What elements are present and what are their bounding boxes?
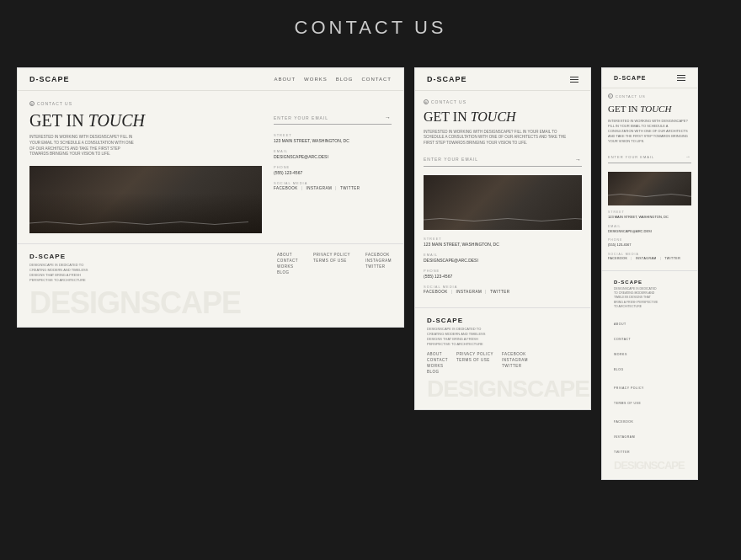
tablet-heading: GET IN TOUCH <box>424 109 582 125</box>
breadcrumb-icon: ⊕ <box>29 101 35 106</box>
footer-fb[interactable]: FACEBOOK <box>365 253 392 257</box>
m-street-label: STREET <box>608 211 691 214</box>
footer-ig[interactable]: INSTAGRAM <box>365 259 392 263</box>
col-right: ENTER YOUR EMAIL → STREET 123 MAIN STREE… <box>274 111 392 233</box>
m-f-tw[interactable]: TWITTER <box>614 451 630 454</box>
tablet-email-value: DESIGNSCAPE@ARC.DESI <box>424 258 582 264</box>
t-works[interactable]: WORKS <box>427 364 448 368</box>
tablet-email-arrow: → <box>575 157 582 163</box>
email-input-wrapper[interactable]: ENTER YOUR EMAIL → <box>274 111 392 125</box>
footer-brand: D-SCAPE <box>29 253 97 260</box>
mobile-footer-brand: D-SCAPE <box>614 280 685 285</box>
email-label: EMAIL <box>274 149 392 153</box>
t-blog[interactable]: BLOG <box>427 370 448 374</box>
m-phone-group: PHONE (555) 123-4567 <box>608 238 691 248</box>
m-f-contact[interactable]: CONTACT <box>614 338 631 341</box>
t-tw[interactable]: TWITTER <box>502 364 528 368</box>
social-facebook[interactable]: FACEBOOK <box>274 186 298 190</box>
social-sep-2: | <box>335 186 337 190</box>
m-f-about[interactable]: ABOUT <box>614 323 626 326</box>
nav-blog[interactable]: BLOG <box>336 77 354 82</box>
m-email-value: DESIGNSCAPE@ARC.DESI <box>608 229 691 234</box>
footer-works[interactable]: WORKS <box>277 264 298 269</box>
tablet-email-label: EMAIL <box>424 253 582 257</box>
footer-about[interactable]: ABOUT <box>277 253 298 257</box>
nav-logo: D-SCAPE <box>29 75 70 83</box>
tablet-breadcrumb-text: CONTACT US <box>431 99 466 104</box>
street-group: STREET 123 MAIN STREET, WASHINGTON, DC <box>274 133 392 144</box>
mobile-description: INTERESTED IN WORKING WITH DESIGNSCAPE? … <box>608 119 688 144</box>
t-about[interactable]: ABOUT <box>427 352 448 356</box>
nav-about[interactable]: ABOUT <box>274 77 296 82</box>
m-social-group: SOCIAL MEDIA FACEBOOK | INSTAGRAM | TWIT… <box>608 253 691 260</box>
m-f-fb[interactable]: FACEBOOK <box>614 420 633 424</box>
tablet-content: ⊕ CONTACT US GET IN TOUCH INTERESTED IN … <box>415 91 590 307</box>
mobile-heading-italic: TOUCH <box>640 104 671 114</box>
tablet-social-group: SOCIAL MEDIA FACEBOOK | INSTAGRAM | TWIT… <box>424 285 582 294</box>
m-ig[interactable]: INSTAGRAM <box>636 257 657 260</box>
footer-social-col: FACEBOOK INSTAGRAM TWITTER <box>365 253 392 283</box>
tablet-social-links: FACEBOOK | INSTAGRAM | TWITTER <box>424 290 582 294</box>
footer-nav-col: ABOUT CONTACT WORKS BLOG <box>277 253 298 283</box>
footer-terms[interactable]: TERMS OF USE <box>313 259 350 263</box>
phone-value: (555) 123-4567 <box>274 170 392 176</box>
tablet-breadcrumb: ⊕ CONTACT US <box>424 99 582 104</box>
tablet-footer-desc: DESIGNSCAPE IS DEDICATED TO CREATING MOD… <box>427 327 494 347</box>
t-terms[interactable]: TERMS OF USE <box>456 358 493 362</box>
tablet-description: INTERESTED IN WORKING WITH DESIGNSCAPE? … <box>424 130 575 147</box>
page-title: CONTACT US <box>17 17 724 39</box>
mobile-email-input[interactable]: ENTER YOUR EMAIL → <box>608 151 691 163</box>
social-instagram[interactable]: INSTAGRAM <box>306 186 332 190</box>
m-f-ig[interactable]: INSTAGRAM <box>614 435 635 439</box>
two-col-layout: GET IN TOUCH INTERESTED IN WORKING WITH … <box>29 111 392 233</box>
tablet-email-input[interactable]: ENTER YOUR EMAIL → <box>424 153 582 167</box>
heading-plain: GET IN <box>29 111 88 130</box>
t-privacy[interactable]: PRIVACY POLICY <box>456 352 493 356</box>
m-phone-label: PHONE <box>608 238 691 242</box>
description-text: INTERESTED IN WORKING WITH DESIGNSCAPE? … <box>29 135 139 157</box>
social-twitter[interactable]: TWITTER <box>340 186 360 190</box>
tablet-social-ig[interactable]: INSTAGRAM <box>456 290 482 294</box>
nav-works[interactable]: WORKS <box>304 77 328 82</box>
t-ig[interactable]: INSTAGRAM <box>502 358 528 362</box>
footer-policy-col: PRIVACY POLICY TERMS OF USE <box>313 253 350 283</box>
footer-contact[interactable]: CONTACT <box>277 259 298 263</box>
t-contact[interactable]: CONTACT <box>427 358 448 362</box>
col-left: GET IN TOUCH INTERESTED IN WORKING WITH … <box>29 111 262 233</box>
tablet-footer-brand: D-SCAPE <box>427 317 578 324</box>
mobile-email-ph: ENTER YOUR EMAIL <box>608 155 654 159</box>
footer-privacy[interactable]: PRIVACY POLICY <box>313 253 350 257</box>
tablet-social-fb[interactable]: FACEBOOK <box>424 290 448 294</box>
social-label: SOCIAL MEDIA <box>274 181 392 185</box>
mobile-watermark: DESIGNSCAPE <box>614 460 685 471</box>
mobile-hamburger-icon[interactable] <box>677 75 685 81</box>
t-fb[interactable]: FACEBOOK <box>502 352 528 356</box>
m-tw[interactable]: TWITTER <box>664 257 680 260</box>
mobile-nav-logo: D-SCAPE <box>614 75 647 81</box>
footer-tw[interactable]: TWITTER <box>365 264 392 269</box>
m-fb[interactable]: FACEBOOK <box>608 257 627 260</box>
tablet-footer-links: ABOUT CONTACT WORKS BLOG PRIVACY POLICY … <box>427 352 578 374</box>
m-f-works[interactable]: WORKS <box>614 353 627 356</box>
m-terms[interactable]: TERMS OF USE <box>614 402 641 405</box>
tablet-nav-logo: D-SCAPE <box>427 75 467 83</box>
tablet-phone-group: PHONE (555) 123-4567 <box>424 269 582 280</box>
watermark: DESIGNSCAPE <box>29 288 392 318</box>
hamburger-icon[interactable] <box>570 77 578 83</box>
m-f-blog[interactable]: BLOG <box>614 368 624 371</box>
mobile-bc-text: CONTACT US <box>616 94 646 99</box>
footer-brand-col: D-SCAPE DESIGNSCAPE IS DEDICATED TO CREA… <box>29 253 97 283</box>
tablet-social-tw[interactable]: TWITTER <box>490 290 510 294</box>
tablet-heading-plain: GET IN <box>424 109 471 124</box>
mobile-breadcrumb: ⊕ CONTACT US <box>608 93 691 99</box>
social-links: FACEBOOK | INSTAGRAM | TWITTER <box>274 186 392 190</box>
footer-blog[interactable]: BLOG <box>277 270 298 275</box>
mobile-img-overlay <box>608 172 691 205</box>
m-privacy[interactable]: PRIVACY POLICY <box>614 387 644 390</box>
image-wave <box>29 220 248 227</box>
nav-contact[interactable]: CONTACT <box>361 77 392 82</box>
breadcrumb-text: CONTACT US <box>37 101 72 106</box>
mobile-footer: D-SCAPE DESIGNSCAPE IS DEDICATED TO CREA… <box>602 270 697 479</box>
m-email-label: EMAIL <box>608 225 691 228</box>
tablet-nav: D-SCAPE <box>415 68 590 91</box>
